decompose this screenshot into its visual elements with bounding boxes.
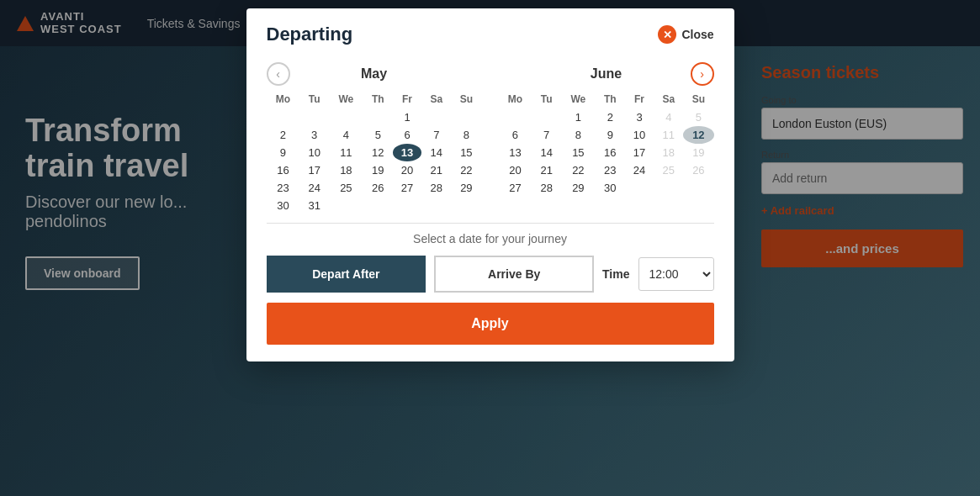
calendar-day[interactable]: 18 (329, 161, 363, 179)
calendar-week-row: 6789101112 (499, 126, 714, 144)
calendar-day[interactable]: 19 (363, 161, 393, 179)
calendar-day[interactable]: 27 (499, 179, 532, 197)
calendar-day[interactable]: 16 (267, 161, 300, 179)
calendar-day[interactable]: 20 (393, 161, 422, 179)
calendar-week-row: 9101112131415 (267, 144, 482, 161)
arrive-by-button[interactable]: Arrive By (434, 256, 594, 293)
depart-after-button[interactable]: Depart After (267, 256, 426, 293)
calendar-day (683, 179, 713, 197)
calendar-day[interactable]: 28 (532, 179, 561, 197)
calendar-week-row: 20212223242526 (499, 161, 714, 179)
calendar-day[interactable]: 19 (683, 144, 713, 161)
prev-month-button[interactable]: ‹ (267, 62, 290, 86)
calendar-day[interactable]: 13 (499, 144, 532, 161)
day-header: Fr (625, 90, 654, 108)
calendar-day (421, 108, 451, 126)
calendar-day (393, 197, 422, 214)
calendar-day[interactable]: 13 (393, 144, 422, 161)
calendar-day[interactable]: 29 (451, 179, 481, 197)
calendar-day[interactable]: 10 (625, 126, 654, 144)
apply-button[interactable]: Apply (267, 303, 714, 345)
calendar-day[interactable]: 29 (561, 179, 596, 197)
time-select[interactable]: 00:0000:30 01:0001:30 02:0002:30 03:0003… (638, 257, 714, 291)
calendar-day[interactable]: 15 (561, 144, 596, 161)
calendar-day[interactable]: 31 (299, 197, 329, 214)
may-header-row: MoTuWeThFrSaSu (267, 90, 482, 108)
calendar-day[interactable]: 23 (596, 161, 625, 179)
calendar-day[interactable]: 6 (393, 126, 422, 144)
calendar-day[interactable]: 3 (299, 126, 329, 144)
calendar-week-row: 16171819202122 (267, 161, 482, 179)
may-grid: MoTuWeThFrSaSu 1234567891011121314151617… (267, 90, 482, 214)
calendar-day[interactable]: 24 (299, 179, 329, 197)
calendar-day[interactable]: 9 (596, 126, 625, 144)
calendar-day[interactable]: 28 (421, 179, 451, 197)
calendar-day[interactable]: 17 (625, 144, 654, 161)
calendar-day[interactable]: 5 (683, 108, 713, 126)
time-label: Time (602, 267, 629, 281)
calendar-day[interactable]: 1 (393, 108, 422, 126)
calendar-day (363, 197, 393, 214)
divider (267, 223, 714, 224)
day-header: Th (363, 90, 393, 108)
calendar-day[interactable]: 4 (654, 108, 683, 126)
depart-arrive-row: Depart After Arrive By Time 00:0000:30 0… (246, 256, 734, 303)
day-header: Mo (499, 90, 532, 108)
calendar-day (267, 108, 300, 126)
calendar-day[interactable]: 14 (421, 144, 451, 161)
calendar-day[interactable]: 25 (654, 161, 683, 179)
calendar-day[interactable]: 12 (683, 126, 713, 144)
calendar-day[interactable]: 8 (561, 126, 596, 144)
calendar-day[interactable]: 27 (393, 179, 422, 197)
calendar-day[interactable]: 25 (329, 179, 363, 197)
calendar-day[interactable]: 10 (299, 144, 329, 161)
day-header: Th (596, 90, 625, 108)
calendar-day[interactable]: 23 (267, 179, 300, 197)
calendar-day[interactable]: 24 (625, 161, 654, 179)
next-month-button[interactable]: › (691, 62, 714, 86)
calendar-day[interactable]: 16 (596, 144, 625, 161)
calendar-week-row: 13141516171819 (499, 144, 714, 161)
calendar-day[interactable]: 5 (363, 126, 393, 144)
may-calendar: ‹ May MoTuWeThFrSaSu 1234567891011121314… (267, 66, 482, 214)
june-month-label: June (591, 66, 622, 82)
calendar-day[interactable]: 22 (451, 161, 481, 179)
calendar-day[interactable]: 26 (363, 179, 393, 197)
calendars-row: ‹ May MoTuWeThFrSaSu 1234567891011121314… (267, 66, 714, 214)
calendar-day[interactable]: 2 (596, 108, 625, 126)
calendar-week-row: 1 (267, 108, 482, 126)
calendar-day[interactable]: 2 (267, 126, 300, 144)
calendar-day[interactable]: 15 (451, 144, 481, 161)
calendar-day[interactable]: 7 (532, 126, 561, 144)
calendar-day[interactable]: 20 (499, 161, 532, 179)
calendar-week-row: 23242526272829 (267, 179, 482, 197)
calendar-day[interactable]: 11 (654, 126, 683, 144)
calendar-day[interactable]: 8 (451, 126, 481, 144)
calendar-day[interactable]: 21 (421, 161, 451, 179)
calendar-day[interactable]: 12 (363, 144, 393, 161)
calendar-day[interactable]: 3 (625, 108, 654, 126)
calendar-day[interactable]: 18 (654, 144, 683, 161)
day-header: Su (683, 90, 713, 108)
june-calendar-header: June › (499, 66, 714, 82)
calendar-day[interactable]: 9 (267, 144, 300, 161)
calendar-day (654, 179, 683, 197)
calendar-day[interactable]: 30 (267, 197, 300, 214)
calendar-day[interactable]: 6 (499, 126, 532, 144)
day-header: Tu (532, 90, 561, 108)
calendar-day[interactable]: 21 (532, 161, 561, 179)
calendar-day[interactable]: 1 (561, 108, 596, 126)
calendar-day[interactable]: 22 (561, 161, 596, 179)
day-header: Fr (393, 90, 422, 108)
calendar-day[interactable]: 14 (532, 144, 561, 161)
select-date-message: Select a date for your journey (246, 232, 734, 245)
calendar-day[interactable]: 17 (299, 161, 329, 179)
close-button[interactable]: ✕ Close (658, 25, 713, 44)
calendar-day[interactable]: 26 (683, 161, 713, 179)
calendar-day[interactable]: 4 (329, 126, 363, 144)
calendar-day[interactable]: 7 (421, 126, 451, 144)
modal-header: Departing ✕ Close (246, 8, 734, 58)
calendar-day[interactable]: 30 (596, 179, 625, 197)
calendar-day (532, 108, 561, 126)
calendar-day[interactable]: 11 (329, 144, 363, 161)
